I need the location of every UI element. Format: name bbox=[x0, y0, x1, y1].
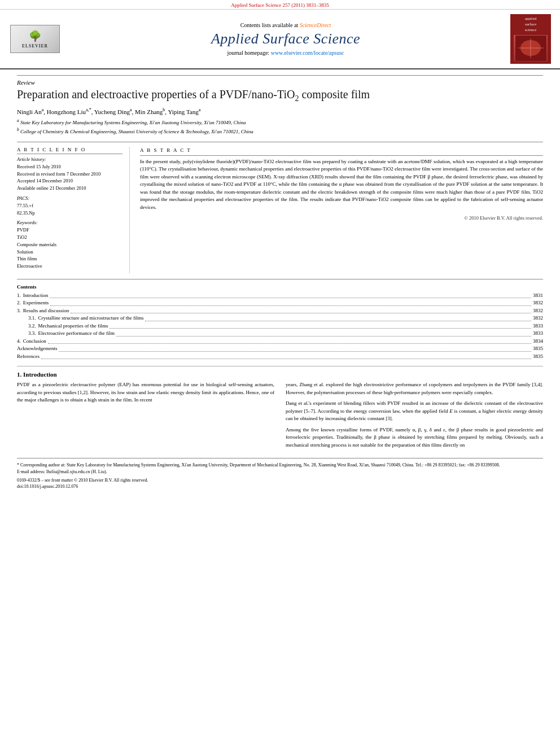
kw-tio2: TiO2 bbox=[17, 234, 123, 241]
introduction-section: 1. Introduction PVDF as a piezoelectric … bbox=[17, 366, 543, 452]
intro-para-2: years, Zhang et al. explored the high el… bbox=[286, 381, 543, 396]
toc-item: 3.3. Electroactive performance of the fi… bbox=[17, 330, 543, 338]
toc-title: References bbox=[17, 353, 40, 361]
intro-col2: years, Zhang et al. explored the high el… bbox=[286, 381, 543, 452]
toc-page: 3832 bbox=[533, 307, 543, 315]
revised: Received in revised form 7 December 2010 bbox=[17, 171, 123, 178]
received: Received 15 July 2010 bbox=[17, 163, 123, 171]
elsevier-logo-area: 🌳 ELSEVIER bbox=[7, 14, 63, 64]
pacs-1: 77.55.+f bbox=[17, 202, 123, 209]
toc-dots bbox=[116, 330, 531, 337]
toc-page: 3832 bbox=[533, 299, 543, 307]
intro-col1: PVDF as a piezoelectric electroactive po… bbox=[17, 381, 274, 452]
authors-line: Ningli Ana, Hongzhong Liua,*, Yucheng Di… bbox=[17, 107, 543, 115]
doi-line: 0169-4332/$ – see front matter © 2010 El… bbox=[17, 477, 543, 490]
toc-item: 3.1. Crystalline structure and microstru… bbox=[17, 314, 543, 322]
toc-dots bbox=[48, 338, 531, 344]
footnote-email: E-mail address: lhzliu@mail.xjtu.edu.cn … bbox=[17, 469, 543, 475]
footnotes: * Corresponding author at: State Key Lab… bbox=[17, 458, 543, 490]
toc-dots bbox=[50, 299, 531, 306]
toc-dots bbox=[145, 314, 531, 321]
affil-1: State Key Laboratory for Manufacturing S… bbox=[20, 120, 246, 125]
toc-number: 3.2. bbox=[28, 322, 36, 330]
toc-dots bbox=[71, 307, 531, 314]
kw-electroactive: Electroactive bbox=[17, 263, 123, 270]
email-text: E-mail address: lhzliu@mail.xjtu.edu.cn … bbox=[17, 469, 107, 474]
toc-title: Conclusion bbox=[23, 338, 46, 346]
toc: 1. Introduction 3831 2. Experiments 3832… bbox=[17, 292, 543, 361]
journal-cover-area: applied surface science bbox=[508, 14, 553, 64]
toc-dots bbox=[59, 345, 531, 352]
journal-title: Applied Surface Science bbox=[211, 30, 360, 47]
contents-label: Contents bbox=[17, 284, 543, 290]
abstract: A B S T R A C T In the present study, po… bbox=[140, 147, 543, 273]
contents-text: Contents lists available at bbox=[240, 22, 298, 28]
history-label: Article history: bbox=[17, 156, 123, 162]
toc-item: Acknowledgements 3835 bbox=[17, 345, 543, 353]
toc-title: Experiments bbox=[23, 299, 49, 307]
toc-title: Mechanical properties of the films bbox=[38, 322, 108, 330]
header-center: Contents lists available at ScienceDirec… bbox=[69, 14, 502, 64]
intro-para-1: PVDF as a piezoelectric electroactive po… bbox=[17, 381, 274, 404]
intro-para-4: Among the five known crystalline forms o… bbox=[286, 426, 543, 449]
copyright: © 2010 Elsevier B.V. All rights reserved… bbox=[140, 215, 543, 221]
author-min: , Min Zhang bbox=[132, 108, 163, 115]
toc-number: 4. bbox=[17, 338, 21, 346]
toc-dots bbox=[41, 353, 531, 360]
doi-text: doi:10.1016/j.apsusc.2010.12.076 bbox=[17, 484, 78, 489]
toc-page: 3832 bbox=[533, 314, 543, 322]
kw-solution: Solution bbox=[17, 248, 123, 256]
abstract-heading: A B S T R A C T bbox=[140, 147, 543, 156]
toc-item: References 3835 bbox=[17, 353, 543, 361]
toc-page: 3831 bbox=[533, 292, 543, 300]
cover-image bbox=[514, 35, 548, 62]
toc-page: 3835 bbox=[533, 353, 543, 361]
article-title-text: Preparation and electroactive properties… bbox=[17, 88, 295, 101]
intro-para-3: Dang et al.'s experiment of blending fil… bbox=[286, 400, 543, 423]
article-title: Preparation and electroactive properties… bbox=[17, 87, 543, 104]
toc-number: 3.1. bbox=[28, 314, 36, 322]
affil-2: College of Chemistry & Chemical Engineer… bbox=[20, 129, 253, 134]
page-header: 🌳 ELSEVIER Contents lists available at S… bbox=[0, 10, 560, 69]
toc-item: 1. Introduction 3831 bbox=[17, 292, 543, 300]
toc-item: 3. Results and discussion 3832 bbox=[17, 307, 543, 315]
kw-composite: Composite materials bbox=[17, 241, 123, 248]
sciencedirect-link[interactable]: ScienceDirect bbox=[300, 22, 331, 28]
toc-title: Results and discussion bbox=[23, 307, 69, 315]
toc-title: Introduction bbox=[23, 292, 49, 300]
author-yiping: , Yiping Tang bbox=[165, 108, 198, 115]
toc-title: Crystalline structure and microstructure… bbox=[38, 314, 144, 322]
toc-item: 2. Experiments 3832 bbox=[17, 299, 543, 307]
journal-citation: Applied Surface Science 257 (2011) 3831–… bbox=[231, 2, 329, 8]
issn-text: 0169-4332/$ – see front matter © 2010 El… bbox=[17, 478, 148, 483]
toc-title: Electroactive performance of the film bbox=[38, 330, 115, 338]
toc-number: 3. bbox=[17, 307, 21, 315]
abstract-text: In the present study, poly(vinylidene fl… bbox=[140, 158, 543, 212]
footnote-corresponding: * Corresponding author at: State Key Lab… bbox=[17, 462, 543, 468]
affil-2-line: b College of Chemistry & Chemical Engine… bbox=[17, 126, 543, 136]
homepage-url[interactable]: www.elsevier.com/locate/apsusc bbox=[271, 50, 344, 56]
article-title-end: composite film bbox=[299, 88, 370, 101]
contents-availability: Contents lists available at ScienceDirec… bbox=[240, 22, 331, 28]
toc-page: 3833 bbox=[533, 322, 543, 330]
elsevier-logo: 🌳 ELSEVIER bbox=[10, 24, 60, 55]
toc-number: 3.3. bbox=[28, 330, 36, 338]
article-info-heading: A R T I C L E I N F O bbox=[17, 147, 123, 154]
article-type: Review bbox=[17, 75, 543, 86]
journal-bar: Applied Surface Science 257 (2011) 3831–… bbox=[0, 0, 560, 10]
pacs-group: PACS: 77.55.+f 82.35.Np bbox=[17, 195, 123, 217]
toc-dots bbox=[50, 292, 531, 299]
accepted: Accepted 14 December 2010 bbox=[17, 177, 123, 185]
affiliations: a State Key Laboratory for Manufacturing… bbox=[17, 117, 543, 136]
pacs-label: PACS: bbox=[17, 195, 123, 201]
article-history: Article history: Received 15 July 2010 R… bbox=[17, 156, 123, 192]
toc-page: 3833 bbox=[533, 330, 543, 338]
homepage-label: journal homepage: bbox=[227, 50, 270, 56]
footnote-text: * Corresponding author at: State Key Lab… bbox=[17, 462, 500, 468]
author-yucheng: , Yucheng Ding bbox=[91, 108, 130, 115]
kw-pvdf: PVDF bbox=[17, 226, 123, 234]
toc-page: 3835 bbox=[533, 345, 543, 353]
homepage-line: journal homepage: www.elsevier.com/locat… bbox=[227, 50, 344, 56]
pacs-2: 82.35.Np bbox=[17, 209, 123, 217]
intro-text: PVDF as a piezoelectric electroactive po… bbox=[17, 381, 543, 452]
